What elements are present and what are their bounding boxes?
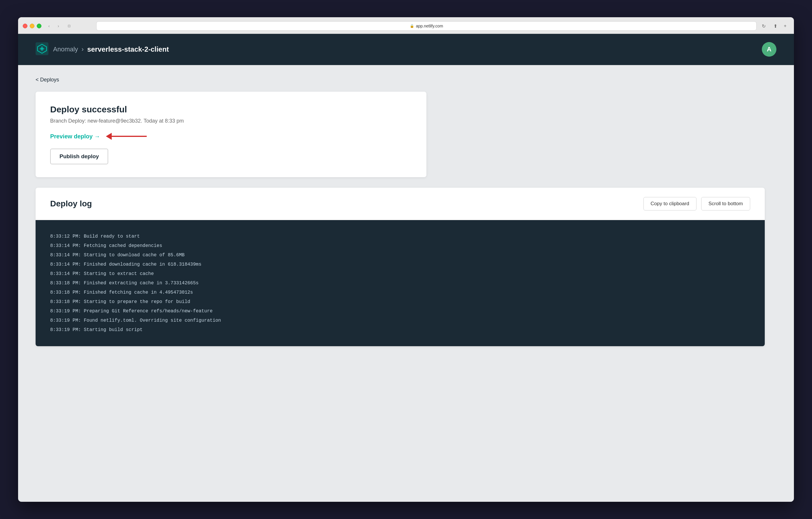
copy-to-clipboard-button[interactable]: Copy to clipboard — [643, 197, 696, 211]
log-line: 8:33:14 PM: Starting to extract cache — [50, 269, 750, 278]
traffic-light-red[interactable] — [23, 24, 27, 28]
lock-icon: 🔒 — [410, 24, 414, 28]
breadcrumb: Anomaly › serverless-stack-2-client — [53, 45, 169, 53]
log-line: 8:33:19 PM: Found netlify.toml. Overridi… — [50, 316, 750, 325]
breadcrumb-separator: › — [82, 46, 84, 53]
app-content: Anomaly › serverless-stack-2-client A < … — [18, 34, 794, 502]
refresh-button[interactable]: ↻ — [759, 22, 768, 30]
deploy-card: Deploy successful Branch Deploy: new-fea… — [36, 92, 427, 177]
log-line: 8:33:12 PM: Build ready to start — [50, 232, 750, 241]
log-line: 8:33:18 PM: Finished extracting cache in… — [50, 278, 750, 288]
browser-actions: ⬆ + — [771, 22, 789, 30]
top-nav: Anomaly › serverless-stack-2-client A — [18, 34, 794, 65]
scroll-to-bottom-button[interactable]: Scroll to bottom — [701, 197, 750, 211]
netlify-logo[interactable] — [36, 42, 49, 56]
org-name[interactable]: Anomaly — [53, 46, 78, 53]
traffic-light-yellow[interactable] — [30, 24, 34, 28]
log-line: 8:33:19 PM: Preparing Git Reference refs… — [50, 306, 750, 316]
arrow-line — [112, 136, 147, 137]
share-button[interactable]: ⬆ — [771, 22, 779, 30]
reader-view-button[interactable]: ⊡ — [66, 23, 72, 29]
preview-link-row: Preview deploy → — [50, 133, 412, 140]
deploy-log-card: Deploy log Copy to clipboard Scroll to b… — [36, 188, 765, 346]
deploy-title: Deploy successful — [50, 105, 412, 114]
deploy-log-title: Deploy log — [50, 199, 92, 209]
back-button[interactable]: ‹ — [45, 23, 53, 29]
forward-button[interactable]: › — [54, 23, 62, 29]
address-bar-row: 🔒 app.netlify.com ↻ — [76, 21, 768, 31]
deploy-log-header: Deploy log Copy to clipboard Scroll to b… — [36, 188, 765, 220]
deploy-log-terminal: 8:33:12 PM: Build ready to start 8:33:14… — [36, 220, 765, 346]
address-bar[interactable]: 🔒 app.netlify.com — [96, 21, 757, 31]
browser-chrome: ‹ › ⊡ 🔒 app.netlify.com ↻ ⬆ + — [18, 17, 794, 34]
browser-titlebar: ‹ › ⊡ 🔒 app.netlify.com ↻ ⬆ + — [23, 21, 789, 33]
nav-buttons: ‹ › — [45, 23, 62, 29]
add-tab-button[interactable]: + — [781, 22, 789, 30]
arrow-head — [106, 133, 112, 140]
log-line: 8:33:14 PM: Starting to download cache o… — [50, 250, 750, 260]
site-name[interactable]: serverless-stack-2-client — [87, 45, 169, 53]
log-line: 8:33:18 PM: Finished fetching cache in 4… — [50, 288, 750, 297]
traffic-light-green[interactable] — [37, 24, 41, 28]
back-to-deploys-link[interactable]: < Deploys — [36, 77, 776, 83]
url-text: app.netlify.com — [416, 24, 443, 28]
log-actions: Copy to clipboard Scroll to bottom — [643, 197, 750, 211]
main-area: < Deploys Deploy successful Branch Deplo… — [18, 65, 794, 502]
avatar[interactable]: A — [762, 42, 776, 57]
log-line: 8:33:14 PM: Finished downloading cache i… — [50, 260, 750, 269]
preview-deploy-link[interactable]: Preview deploy → — [50, 133, 100, 140]
publish-deploy-button[interactable]: Publish deploy — [50, 148, 108, 164]
nav-left: Anomaly › serverless-stack-2-client — [36, 42, 169, 56]
traffic-lights — [23, 24, 41, 28]
browser-window: ‹ › ⊡ 🔒 app.netlify.com ↻ ⬆ + — [18, 17, 794, 502]
deploy-subtitle: Branch Deploy: new-feature@9ec3b32. Toda… — [50, 118, 412, 124]
log-line: 8:33:19 PM: Starting build script — [50, 325, 750, 334]
annotation-arrow — [106, 133, 147, 140]
log-line: 8:33:14 PM: Fetching cached dependencies — [50, 241, 750, 250]
log-line: 8:33:18 PM: Starting to prepare the repo… — [50, 297, 750, 306]
